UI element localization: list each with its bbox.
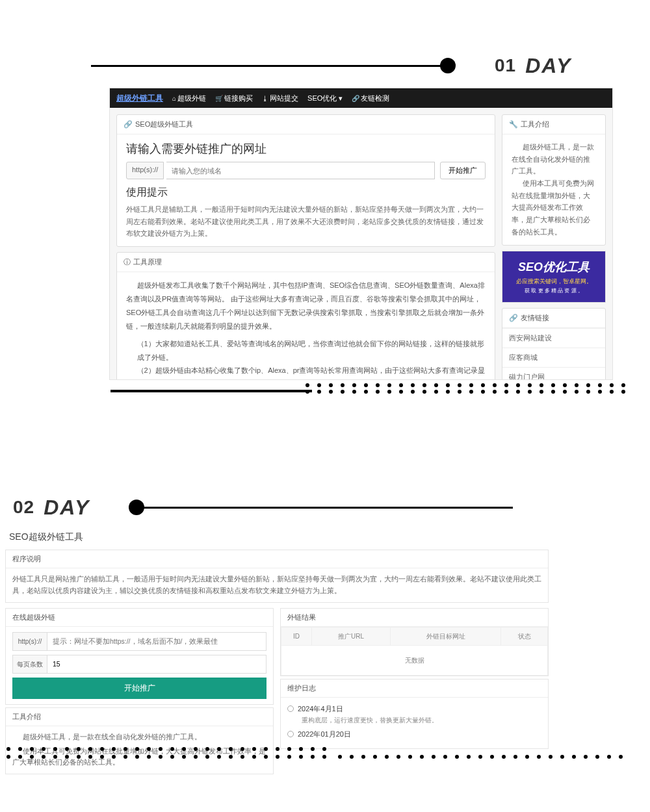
principle-title: 工具原理 <box>133 257 162 267</box>
knob-icon <box>440 58 456 73</box>
principle-intro: 超级外链发布工具收集了数千个网站网址，其中包括IP查询、SEO综合信息查询、SE… <box>126 279 486 333</box>
usage-body: 外链工具只是辅助工具，一般适用于短时间内无法建设大量外链的新站，新站应坚持每天做… <box>126 203 486 240</box>
dot-strip-1 <box>306 383 633 396</box>
rule <box>142 507 513 509</box>
rule <box>91 65 442 67</box>
intro-title: 工具介绍 <box>521 120 549 129</box>
info-icon: ⓘ <box>124 257 131 267</box>
result-table: ID 推广URL 外链目标网址 状态 无数据 <box>281 627 548 676</box>
log-desc-1: 重构底层，运行速度更快，替换更新大量外链。 <box>298 715 541 726</box>
promote-title: 请输入需要外链推广的网址 <box>126 141 486 157</box>
panel-principle: ⓘ 工具原理 超级外链发布工具收集了数千个网站网址，其中包括IP查询、SEO综合… <box>116 252 495 380</box>
log-title: 维护日志 <box>281 679 548 698</box>
panel-flinks: 🔗 友情链接 西安网站建设 应客商城 磁力门户网 <box>502 308 606 381</box>
nav-buy[interactable]: 🛒链接购买 <box>215 94 253 103</box>
nav-check[interactable]: 🔗友链检测 <box>352 94 389 103</box>
table-empty: 无数据 <box>281 645 548 675</box>
intro-p1: 超级外链工具，是一款在线全自动化发外链的推广工具。 <box>512 141 596 177</box>
cart-icon: 🛒 <box>215 95 223 102</box>
flink-2[interactable]: 应客商城 <box>502 348 605 367</box>
dot-strip-2 <box>6 747 334 763</box>
nav-home[interactable]: ⌂超级外链 <box>172 94 206 103</box>
screenshot-2: SEO超级外链工具 程序说明 外链工具只是网站推广的辅助工具，一般适用于短时间内… <box>5 525 549 739</box>
ad-big: SEO优化工具 <box>505 259 603 275</box>
panel-intro: 🔧 工具介绍 超级外链工具，是一款在线全自动化发外链的推广工具。 使用本工具可免… <box>502 114 606 246</box>
ad-banner[interactable]: SEO优化工具 必应搜索关键词，智卓星网。 获 取 更 多 精 品 资 源 。 <box>502 251 606 303</box>
day-02-num: 02 <box>13 498 34 516</box>
nav-opt[interactable]: SEO优化 ▾ <box>307 94 343 103</box>
link-icon: 🔗 <box>509 314 518 322</box>
usage-title: 使用提示 <box>126 186 486 199</box>
home-icon: ⌂ <box>172 95 176 102</box>
card-log: 维护日志 2024年4月1日 重构底层，运行速度更快，替换更新大量外链。 202… <box>280 679 549 749</box>
flink-title: 友情链接 <box>521 313 549 323</box>
flink-3[interactable]: 磁力门户网 <box>502 367 605 381</box>
nav-submit[interactable]: ⭳网站提交 <box>262 94 298 103</box>
perpage-label: 每页条数 <box>12 655 47 674</box>
proto-label: http(s):// <box>12 632 47 651</box>
intro2-title: 工具介绍 <box>6 708 273 726</box>
prog-body: 外链工具只是网站推广的辅助工具，一般适用于短时间内无法建设大量外链的新站，新站应… <box>6 568 548 602</box>
prog-title: 程序说明 <box>6 550 548 568</box>
dot-strip-3 <box>338 755 630 761</box>
proto-prefix: http(s):// <box>126 162 164 179</box>
ad-sm2: 获 取 更 多 精 品 资 源 。 <box>505 287 603 294</box>
link-icon: 🔗 <box>352 95 359 102</box>
start-promote-button[interactable]: 开始推广 <box>440 162 486 179</box>
upload-icon: ⭳ <box>262 95 268 102</box>
underline-1 <box>110 390 312 392</box>
log-date-1: 2024年4月1日 <box>298 703 541 715</box>
principle-2: （2）超级外链由本站精心收集了数个ip、Alexa、pr查询等站长常用查询网站，… <box>126 364 486 380</box>
intro2-p1: 超级外链工具，是一款在线全自动化发外链的推广工具。 <box>12 731 266 743</box>
card-online: 在线超级外链 http(s):// 每页条数 开始推广 <box>5 608 274 705</box>
day-02-header: 02 DAY <box>13 497 513 518</box>
start-promote-button-2[interactable]: 开始推广 <box>12 678 266 699</box>
principle-1: （1）大家都知道站长工具、爱站等查询域名的网站吧，当你查询过他就会留下你的网站链… <box>126 337 486 364</box>
panel-tool: 🔗 SEO超级外链工具 请输入需要外链推广的网址 http(s):// 开始推广… <box>116 114 495 247</box>
card-prog: 程序说明 外链工具只是网站推广的辅助工具，一般适用于短时间内无法建设大量外链的新… <box>5 550 549 603</box>
flink-1[interactable]: 西安网站建设 <box>502 328 605 348</box>
log-item: 2022年01月20日 <box>287 728 541 741</box>
th-state: 状态 <box>501 627 548 645</box>
day-01-header: 01 DAY <box>91 55 624 76</box>
url-input-2[interactable] <box>47 632 266 651</box>
online-title: 在线超级外链 <box>6 609 273 627</box>
th-url: 推广URL <box>311 627 390 645</box>
day-01-word: DAY <box>525 55 571 76</box>
shot2-title: SEO超级外链工具 <box>5 525 549 547</box>
card-result: 外链结果 ID 推广URL 外链目标网址 状态 无数据 <box>280 608 549 676</box>
panel-tool-title: SEO超级外链工具 <box>135 120 193 129</box>
link-icon: 🔗 <box>124 120 133 129</box>
result-title: 外链结果 <box>281 609 548 627</box>
log-date-2: 2022年01月20日 <box>298 728 541 741</box>
th-id: ID <box>281 627 312 645</box>
wrench-icon: 🔧 <box>509 120 518 129</box>
card-intro-2: 工具介绍 超级外链工具，是一款在线全自动化发外链的推广工具。 使用本工具可免费为… <box>5 707 274 775</box>
ad-sm: 必应搜索关键词，智卓星网。 <box>505 277 603 286</box>
perpage-input[interactable] <box>47 655 266 674</box>
screenshot-1: 超级外链工具 ⌂超级外链 🛒链接购买 ⭳网站提交 SEO优化 ▾ 🔗友链检测 🔗… <box>109 88 613 380</box>
intro-p2: 使用本工具可免费为网站在线批量增加外链，大大提高外链发布工作效率，是广大草根站长… <box>512 177 596 238</box>
top-nav: 超级外链工具 ⌂超级外链 🛒链接购买 ⭳网站提交 SEO优化 ▾ 🔗友链检测 <box>110 88 612 108</box>
day-02-word: DAY <box>44 497 90 518</box>
th-target: 外链目标网址 <box>390 627 500 645</box>
log-item: 2024年4月1日 重构底层，运行速度更快，替换更新大量外链。 <box>287 703 541 726</box>
domain-input[interactable] <box>166 162 435 179</box>
day-01-num: 01 <box>495 57 516 75</box>
brand[interactable]: 超级外链工具 <box>116 93 163 104</box>
